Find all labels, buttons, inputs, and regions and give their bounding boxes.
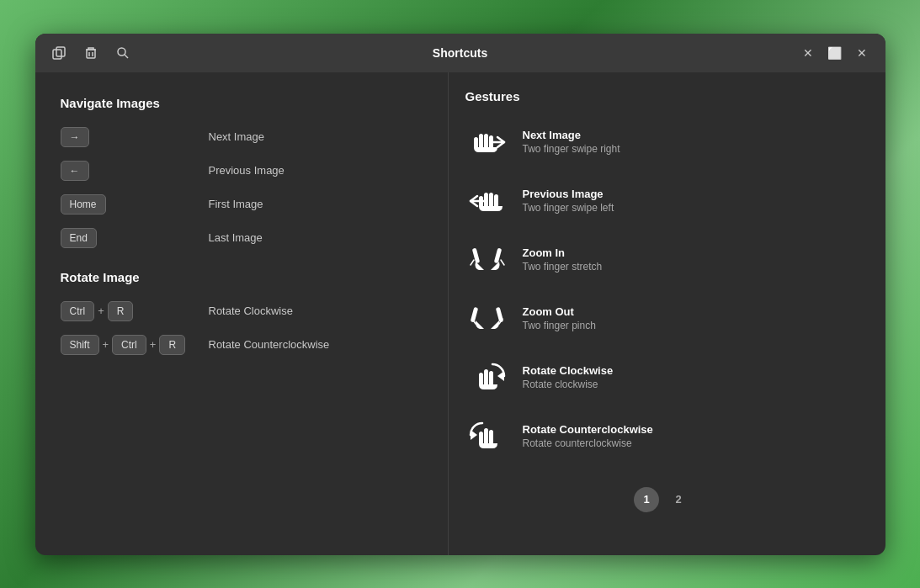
key-arrow-left: ← [61,161,89,181]
shortcuts-window: Shortcuts ✕ ⬜ ✕ Navigate Images → Next I… [35,34,885,555]
svg-rect-26 [479,432,483,445]
key-end: End [61,228,97,248]
keys-ccw: Shift + Ctrl + R [61,335,195,355]
main-content: Navigate Images → Next Image ← Previous … [35,72,885,555]
titlebar-left-icons [47,41,135,65]
gesture-icon-prev [465,179,509,223]
gesture-text-next: Next Image Two finger swipe right [523,129,620,155]
keys-last: End [61,228,195,248]
svg-line-6 [125,55,128,58]
gesture-sub-zoom-out: Two finger pinch [523,320,596,331]
gesture-sub-next: Two finger swipe right [523,143,620,155]
label-last: Last Image [209,231,263,244]
gesture-text-zoom-in: Zoom In Two finger stretch [523,246,603,273]
gesture-main-prev: Previous Image [523,188,614,200]
shortcut-row-next: → Next Image [61,127,423,147]
left-panel: Navigate Images → Next Image ← Previous … [35,72,448,555]
window-controls: ✕ ⬜ ✕ [796,41,874,65]
keys-first: Home [61,194,195,215]
keys-next: → [61,127,195,147]
label-first: First Image [209,198,263,210]
gesture-sub-zoom-in: Two finger stretch [523,261,603,273]
gesture-sub-ccw: Rotate counterclockwise [523,437,653,449]
svg-rect-7 [474,137,478,149]
label-cw: Rotate Clockwise [209,305,293,317]
label-next: Next Image [209,130,264,143]
gesture-main-cw: Rotate Clockwise [523,364,614,377]
gesture-sub-prev: Two finger swipe left [523,202,614,214]
svg-marker-21 [497,371,504,381]
close-button[interactable]: ✕ [796,41,820,65]
svg-rect-0 [53,50,61,59]
label-ccw: Rotate Counterclockwise [209,338,330,351]
plus-3: + [150,338,157,351]
svg-marker-25 [471,430,477,440]
svg-rect-19 [470,306,477,322]
shortcut-row-prev: ← Previous Image [61,161,423,181]
keys-cw: Ctrl + R [61,301,195,321]
svg-rect-18 [493,247,501,263]
label-prev: Previous Image [209,164,285,177]
shortcut-row-last: End Last Image [61,228,423,248]
maximize-button[interactable]: ⬜ [823,41,847,65]
gesture-icon-zoom-in [465,238,509,282]
svg-rect-20 [495,306,503,322]
plus-1: + [98,305,104,317]
key-ctrl-2: Ctrl [112,335,146,355]
key-shift: Shift [61,335,99,355]
svg-rect-15 [494,194,498,208]
key-r: R [108,301,134,321]
svg-rect-23 [484,369,488,386]
gesture-text-ccw: Rotate Counterclockwise Rotate countercl… [523,423,653,449]
page-btn-1[interactable]: 1 [634,487,659,512]
svg-rect-22 [479,373,483,386]
svg-rect-8 [479,134,483,149]
page-btn-2[interactable]: 2 [666,487,691,512]
svg-rect-24 [489,371,493,386]
gestures-title: Gestures [465,89,860,103]
gesture-row-ccw: Rotate Counterclockwise Rotate countercl… [465,415,860,458]
copy-icon[interactable] [47,41,71,65]
gesture-sub-cw: Rotate clockwise [523,379,614,390]
keys-prev: ← [61,161,195,181]
key-r-2: R [159,335,185,355]
rotate-section-title: Rotate Image [61,270,423,284]
svg-rect-27 [484,428,488,445]
svg-point-5 [118,48,125,56]
svg-rect-1 [56,47,65,56]
gesture-main-ccw: Rotate Counterclockwise [523,423,653,436]
gesture-main-next: Next Image [523,129,620,141]
shortcut-row-ccw: Shift + Ctrl + R Rotate Counterclockwise [61,335,423,355]
gesture-text-cw: Rotate Clockwise Rotate clockwise [523,364,614,390]
gesture-icon-cw [465,356,509,400]
right-panel: Gestures [448,72,885,555]
titlebar: Shortcuts ✕ ⬜ ✕ [35,34,885,72]
svg-rect-2 [87,50,95,58]
rotate-section: Rotate Image Ctrl + R Rotate Clockwise S… [61,270,423,355]
key-home: Home [61,194,106,215]
window-title: Shortcuts [433,46,487,60]
gesture-row-prev: Previous Image Two finger swipe left [465,179,860,223]
svg-rect-14 [489,193,493,208]
svg-rect-28 [489,430,493,445]
gesture-main-zoom-in: Zoom In [523,246,603,259]
gesture-icon-ccw [465,415,509,458]
key-arrow-right: → [61,127,89,147]
close-x-button[interactable]: ✕ [850,41,874,65]
gesture-icon-next [465,120,509,164]
trash-icon[interactable] [79,41,103,65]
gesture-row-zoom-out: Zoom Out Two finger pinch [465,297,860,341]
gesture-row-next: Next Image Two finger swipe right [465,120,860,164]
navigate-section-title: Navigate Images [61,96,423,110]
gesture-text-prev: Previous Image Two finger swipe left [523,188,614,214]
plus-2: + [103,338,109,351]
svg-rect-9 [484,134,488,149]
gesture-icon-zoom-out [465,297,509,341]
shortcut-row-cw: Ctrl + R Rotate Clockwise [61,301,423,321]
search-icon[interactable] [111,41,135,65]
gesture-row-cw: Rotate Clockwise Rotate clockwise [465,356,860,400]
gesture-row-zoom-in: Zoom In Two finger stretch [465,238,860,282]
gesture-text-zoom-out: Zoom Out Two finger pinch [523,305,596,331]
gesture-main-zoom-out: Zoom Out [523,305,596,318]
shortcut-row-first: Home First Image [61,194,423,215]
